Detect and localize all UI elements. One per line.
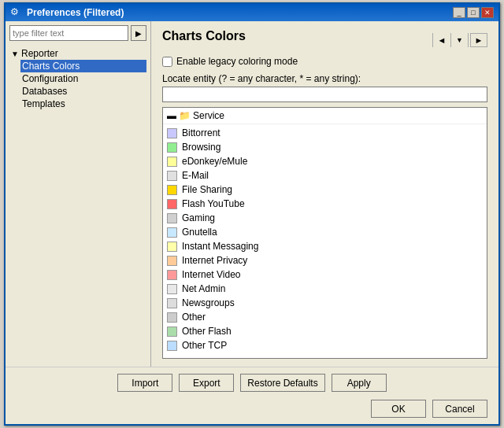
tree-children: Charts Colors Configuration Databases Te… bbox=[20, 60, 146, 110]
tree-toggle-icon: ▼ bbox=[11, 50, 19, 58]
service-name-label: Internet Privacy bbox=[182, 255, 247, 266]
close-button[interactable]: ✕ bbox=[481, 7, 494, 18]
page-title: Charts Colors bbox=[162, 29, 246, 43]
service-name-label: Net Admin bbox=[182, 283, 225, 294]
service-name-label: Flash YouTube bbox=[182, 198, 245, 209]
service-name-label: Other bbox=[182, 312, 206, 323]
color-swatch bbox=[167, 199, 177, 209]
service-name-label: Newsgroups bbox=[182, 297, 235, 308]
databases-label: Databases bbox=[22, 86, 67, 97]
minimize-button[interactable]: _ bbox=[453, 7, 465, 18]
color-swatch bbox=[167, 142, 177, 153]
legacy-coloring-checkbox[interactable] bbox=[162, 57, 172, 67]
list-item[interactable]: Other TCP bbox=[167, 338, 483, 352]
maximize-button[interactable]: □ bbox=[467, 7, 480, 18]
color-swatch bbox=[167, 312, 177, 323]
color-swatch bbox=[167, 256, 177, 266]
service-name-label: Gnutella bbox=[182, 227, 217, 238]
collapse-icon[interactable]: ▬ bbox=[167, 110, 176, 121]
list-item[interactable]: Browsing bbox=[167, 140, 483, 154]
locate-label: Locate entity (? = any character, * = an… bbox=[162, 73, 487, 84]
checkbox-label: Enable legacy coloring mode bbox=[176, 56, 298, 67]
service-name-label: E-Mail bbox=[182, 170, 209, 181]
service-name-label: Browsing bbox=[182, 142, 220, 153]
list-item[interactable]: Instant Messaging bbox=[167, 239, 483, 253]
title-bar: ⚙ Preferences (Filtered) _ □ ✕ bbox=[6, 4, 498, 21]
sidebar-item-charts-colors[interactable]: Charts Colors bbox=[20, 60, 146, 72]
list-item[interactable]: Net Admin bbox=[167, 282, 483, 296]
color-swatch bbox=[167, 227, 177, 238]
service-name-label: Gaming bbox=[182, 212, 215, 223]
sidebar-item-configuration[interactable]: Configuration bbox=[20, 72, 146, 85]
service-list[interactable]: BittorrentBrowsingeDonkey/eMuleE-MailFil… bbox=[163, 124, 487, 358]
service-name-label: Other TCP bbox=[182, 340, 227, 351]
tree-reporter[interactable]: ▼ Reporter bbox=[9, 47, 146, 60]
nav-back-button[interactable]: ◄ bbox=[433, 33, 450, 47]
charts-colors-label: Charts Colors bbox=[22, 61, 80, 72]
sidebar-item-templates[interactable]: Templates bbox=[20, 98, 146, 110]
tree-reporter-label: Reporter bbox=[21, 48, 58, 59]
list-item[interactable]: Gaming bbox=[167, 211, 483, 225]
main-content: ▶ ▼ Reporter Charts Colors Configuration… bbox=[6, 21, 498, 367]
export-button[interactable]: Export bbox=[179, 374, 234, 392]
color-swatch bbox=[167, 213, 177, 223]
main-panel: Charts Colors ◄ ▼ ► Enable legacy c bbox=[151, 21, 498, 367]
configuration-label: Configuration bbox=[22, 73, 78, 84]
ok-button[interactable]: OK bbox=[371, 400, 426, 418]
locate-input[interactable] bbox=[162, 87, 487, 102]
service-panel: ▬ 📁 Service BittorrentBrowsingeDonkey/eM… bbox=[162, 107, 487, 359]
color-swatch bbox=[167, 242, 177, 252]
list-item[interactable]: Newsgroups bbox=[167, 296, 483, 310]
filter-button[interactable]: ▶ bbox=[131, 25, 146, 41]
tree: ▼ Reporter Charts Colors Configuration D… bbox=[9, 47, 146, 110]
nav-dropdown-button[interactable]: ▼ bbox=[450, 33, 468, 47]
nav-buttons: ◄ ▼ ► bbox=[432, 33, 487, 47]
footer-buttons: OK Cancel bbox=[6, 395, 498, 424]
preferences-window: ⚙ Preferences (Filtered) _ □ ✕ ▶ ▼ Repor… bbox=[4, 2, 500, 426]
list-item[interactable]: eDonkey/eMule bbox=[167, 154, 483, 168]
list-item[interactable]: Internet Privacy bbox=[167, 253, 483, 268]
action-buttons: Import Export Restore Defaults Apply bbox=[6, 367, 498, 395]
list-item[interactable]: File Sharing bbox=[167, 183, 483, 197]
apply-button[interactable]: Apply bbox=[332, 374, 387, 392]
folder-icon: 📁 bbox=[179, 110, 191, 121]
color-swatch bbox=[167, 157, 177, 167]
restore-defaults-button[interactable]: Restore Defaults bbox=[240, 374, 324, 392]
checkbox-row: Enable legacy coloring mode bbox=[162, 56, 487, 67]
color-swatch bbox=[167, 284, 177, 294]
list-item[interactable]: Gnutella bbox=[167, 225, 483, 239]
title-bar-left: ⚙ Preferences (Filtered) bbox=[10, 6, 124, 19]
title-buttons: _ □ ✕ bbox=[453, 7, 494, 18]
back-icon: ◄ bbox=[438, 35, 447, 45]
service-header-label: Service bbox=[193, 110, 224, 121]
service-header: ▬ 📁 Service bbox=[163, 108, 487, 124]
service-name-label: eDonkey/eMule bbox=[182, 156, 247, 167]
service-name-label: Bittorrent bbox=[182, 127, 220, 138]
list-item[interactable]: Other bbox=[167, 310, 483, 324]
window-icon: ⚙ bbox=[10, 6, 23, 19]
list-item[interactable]: Other Flash bbox=[167, 324, 483, 338]
import-button[interactable]: Import bbox=[117, 374, 172, 392]
nav-forward-button[interactable]: ► bbox=[470, 33, 487, 47]
color-swatch bbox=[167, 171, 177, 181]
service-name-label: Internet Video bbox=[182, 269, 241, 280]
color-swatch bbox=[167, 327, 177, 337]
service-name-label: File Sharing bbox=[182, 184, 232, 195]
templates-label: Templates bbox=[22, 98, 65, 109]
service-name-label: Other Flash bbox=[182, 326, 232, 337]
search-input[interactable] bbox=[9, 25, 128, 41]
window-title: Preferences (Filtered) bbox=[27, 7, 124, 18]
color-swatch bbox=[167, 128, 177, 138]
color-swatch bbox=[167, 341, 177, 351]
service-name-label: Instant Messaging bbox=[182, 241, 258, 252]
sidebar-item-databases[interactable]: Databases bbox=[20, 85, 146, 98]
sidebar: ▶ ▼ Reporter Charts Colors Configuration… bbox=[6, 21, 151, 367]
forward-icon: ► bbox=[475, 35, 484, 45]
list-item[interactable]: Flash YouTube bbox=[167, 197, 483, 211]
list-item[interactable]: Internet Video bbox=[167, 268, 483, 282]
cancel-button[interactable]: Cancel bbox=[432, 400, 487, 418]
list-item[interactable]: Bittorrent bbox=[167, 126, 483, 140]
list-item[interactable]: E-Mail bbox=[167, 168, 483, 183]
color-swatch bbox=[167, 270, 177, 280]
filter-row: ▶ bbox=[9, 25, 146, 41]
